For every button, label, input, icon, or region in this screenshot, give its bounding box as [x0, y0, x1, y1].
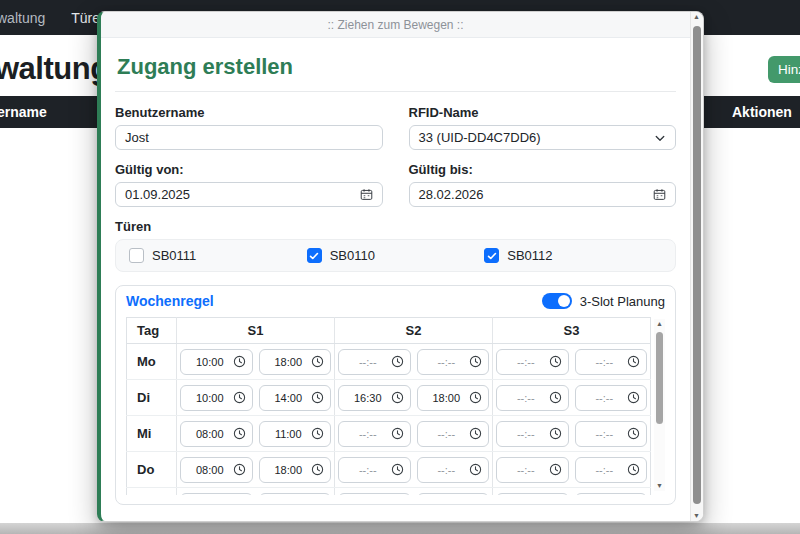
- time-input[interactable]: --:--: [496, 493, 569, 496]
- valid-to-value: 28.02.2026: [419, 187, 654, 202]
- time-input[interactable]: 14:00: [259, 385, 332, 411]
- door-option[interactable]: SB0111: [129, 248, 307, 263]
- slot-cell: 10:0018:00: [177, 344, 335, 380]
- clock-icon: [311, 355, 324, 368]
- valid-from-value: 01.09.2025: [125, 187, 360, 202]
- clock-icon: [233, 427, 246, 440]
- toggle-knob: [558, 295, 570, 307]
- modal-title: Zugang erstellen: [117, 54, 676, 80]
- time-input[interactable]: 10:00: [180, 349, 253, 375]
- time-input[interactable]: --:--: [259, 493, 332, 496]
- time-input[interactable]: --:--: [496, 457, 569, 483]
- valid-from-label: Gültig von:: [115, 162, 383, 177]
- nav-item-verwaltung[interactable]: waltung: [0, 10, 45, 26]
- time-input[interactable]: --:--: [496, 421, 569, 447]
- time-value: 18:00: [266, 356, 312, 368]
- clock-icon: [627, 427, 640, 440]
- time-value: --:--: [582, 392, 628, 404]
- time-value: --:--: [503, 356, 549, 368]
- time-input[interactable]: 16:30: [338, 385, 411, 411]
- scroll-up-icon[interactable]: ▲: [691, 12, 702, 22]
- time-input[interactable]: --:--: [575, 385, 648, 411]
- time-input[interactable]: --:--: [575, 349, 648, 375]
- clock-icon: [549, 391, 562, 404]
- col-header-s2: S2: [335, 318, 493, 344]
- checkbox-checked-icon[interactable]: [307, 248, 322, 263]
- table-scrollbar-thumb[interactable]: [656, 332, 663, 424]
- time-input[interactable]: --:--: [180, 493, 253, 496]
- door-option[interactable]: SB0112: [484, 248, 662, 263]
- checkbox-checked-icon[interactable]: [484, 248, 499, 263]
- chevron-down-icon: [654, 132, 666, 144]
- slot-cell: --:----:--: [335, 488, 493, 496]
- time-input[interactable]: 08:00: [180, 421, 253, 447]
- time-value: 08:00: [187, 464, 233, 476]
- time-value: 10:00: [187, 392, 233, 404]
- weekrule-link[interactable]: Wochenregel: [126, 293, 214, 309]
- day-label: Mi: [127, 416, 177, 452]
- rfid-selected-value: 33 (UID-DD4C7DD6): [419, 130, 655, 145]
- note-label: Notiz: [115, 518, 676, 522]
- table-scrollbar[interactable]: ▲ ▼: [654, 319, 665, 491]
- time-input[interactable]: 11:00: [259, 421, 332, 447]
- slot-cell: --:----:--: [335, 452, 493, 488]
- time-input[interactable]: --:--: [417, 349, 490, 375]
- time-input[interactable]: 10:00: [180, 385, 253, 411]
- rfid-select[interactable]: 33 (UID-DD4C7DD6): [409, 125, 677, 150]
- week-row: Do08:0018:00--:----:----:----:--: [127, 452, 651, 488]
- time-value: --:--: [345, 428, 391, 440]
- clock-icon: [469, 427, 482, 440]
- username-value: Jost: [125, 130, 373, 145]
- clock-icon: [311, 427, 324, 440]
- time-input[interactable]: --:--: [496, 385, 569, 411]
- modal-scrollbar[interactable]: ▲ ▼: [690, 12, 703, 521]
- time-input[interactable]: 18:00: [417, 385, 490, 411]
- clock-icon: [233, 391, 246, 404]
- slot-cell: --:----:--: [493, 488, 651, 496]
- time-input[interactable]: --:--: [575, 493, 648, 496]
- modal-scrollbar-thumb[interactable]: [693, 26, 701, 504]
- scroll-down-icon[interactable]: ▼: [654, 481, 665, 491]
- username-input[interactable]: Jost: [115, 125, 383, 150]
- checkbox-unchecked-icon[interactable]: [129, 248, 144, 263]
- time-input[interactable]: --:--: [338, 457, 411, 483]
- time-input[interactable]: 18:00: [259, 349, 332, 375]
- slot-cell: --:----:--: [493, 344, 651, 380]
- time-input[interactable]: 08:00: [180, 457, 253, 483]
- scroll-up-icon[interactable]: ▲: [654, 319, 665, 329]
- time-input[interactable]: --:--: [338, 349, 411, 375]
- time-input[interactable]: --:--: [575, 421, 648, 447]
- time-input[interactable]: --:--: [338, 493, 411, 496]
- slot-cell: 08:0011:00: [177, 416, 335, 452]
- door-option[interactable]: SB0110: [307, 248, 485, 263]
- clock-icon: [627, 391, 640, 404]
- clock-icon: [233, 463, 246, 476]
- slot-cell: --:----:--: [493, 380, 651, 416]
- day-label: Fr: [127, 488, 177, 496]
- clock-icon: [391, 391, 404, 404]
- col-header-tag: Tag: [127, 318, 177, 344]
- time-input[interactable]: --:--: [496, 349, 569, 375]
- valid-to-date-input[interactable]: 28.02.2026: [409, 182, 677, 207]
- add-button[interactable]: Hinzufügen: [768, 56, 800, 83]
- column-header-aktionen: Aktionen: [732, 104, 792, 120]
- calendar-icon: [653, 188, 666, 201]
- scroll-down-icon[interactable]: ▼: [691, 511, 702, 521]
- slot-cell: --:----:--: [177, 488, 335, 496]
- modal-drag-handle[interactable]: :: Ziehen zum Bewegen ::: [101, 12, 690, 38]
- valid-from-date-input[interactable]: 01.09.2025: [115, 182, 383, 207]
- time-input[interactable]: --:--: [417, 493, 490, 496]
- bottom-edge-band: [0, 523, 800, 534]
- time-value: --:--: [424, 464, 470, 476]
- time-input[interactable]: --:--: [417, 421, 490, 447]
- time-input[interactable]: --:--: [338, 421, 411, 447]
- time-input[interactable]: --:--: [575, 457, 648, 483]
- create-access-modal: :: Ziehen zum Bewegen :: Zugang erstelle…: [97, 11, 704, 522]
- time-input[interactable]: --:--: [417, 457, 490, 483]
- clock-icon: [469, 463, 482, 476]
- time-input[interactable]: 18:00: [259, 457, 332, 483]
- time-value: --:--: [503, 464, 549, 476]
- time-value: 08:00: [187, 428, 233, 440]
- day-label: Mo: [127, 344, 177, 380]
- three-slot-toggle[interactable]: [542, 293, 572, 309]
